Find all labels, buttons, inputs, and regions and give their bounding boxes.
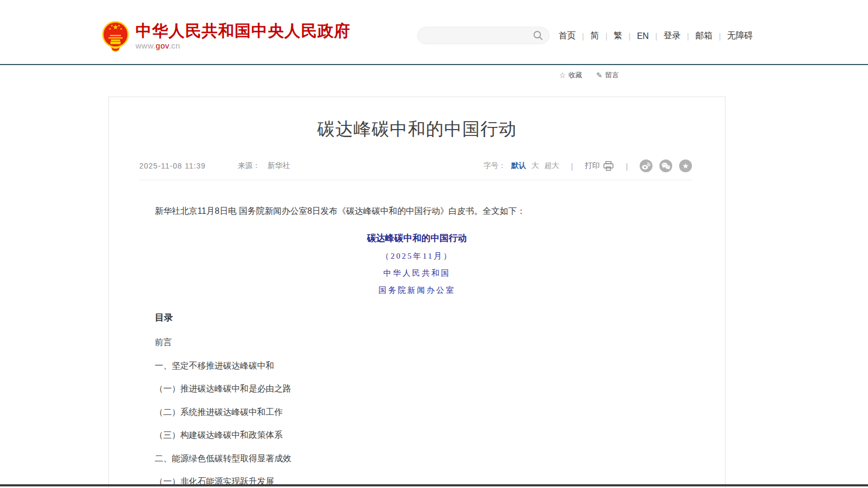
svg-text:★: ★ [118, 24, 121, 27]
nav-home[interactable]: 首页 [558, 30, 577, 42]
meta-separator: | [571, 162, 573, 171]
nav-separator: | [655, 32, 657, 41]
article-container: 碳达峰碳中和的中国行动 2025-11-08 11:39 来源： 新华社 字号：… [108, 97, 726, 488]
toc-item-section1: 一、坚定不移推进碳达峰碳中和 [155, 362, 679, 370]
nav-login[interactable]: 登录 [663, 30, 682, 42]
top-nav: 首页 | 简 | 繁 | EN | 登录 | 邮箱 | 无障碍 [558, 30, 754, 42]
svg-text:★: ★ [108, 27, 111, 30]
site-url-suffix: .cn [169, 41, 180, 50]
article-intro-paragraph: 新华社北京11月8日电 国务院新闻办公室8日发布《碳达峰碳中和的中国行动》白皮书… [155, 205, 679, 218]
nav-english[interactable]: EN [636, 31, 650, 41]
font-size-default-button[interactable]: 默认 [511, 161, 526, 171]
search-icon [533, 30, 543, 41]
nav-mail[interactable]: 邮箱 [694, 30, 713, 42]
printer-icon [603, 161, 614, 171]
article-content: 新华社北京11月8日电 国务院新闻办公室8日发布《碳达峰碳中和的中国行动》白皮书… [155, 205, 679, 486]
qzone-share-icon[interactable]: ★ [679, 159, 692, 172]
toc-item-section1-2: （二）系统推进碳达峰碳中和工作 [155, 408, 679, 417]
svg-text:★: ★ [120, 27, 122, 30]
site-header: ★ ★ ★ ★ ★ 中华人民共和国中央人民政府 www.gov.cn [0, 0, 868, 64]
toc-item-section1-3: （三）构建碳达峰碳中和政策体系 [155, 431, 679, 439]
weibo-share-icon[interactable] [640, 159, 652, 172]
site-logo[interactable]: ★ ★ ★ ★ ★ 中华人民共和国中央人民政府 www.gov.cn [100, 20, 351, 52]
nav-accessibility[interactable]: 无障碍 [726, 30, 754, 42]
svg-text:★: ★ [682, 162, 689, 170]
nav-simplified[interactable]: 简 [590, 30, 600, 42]
share-icons: ★ [640, 159, 692, 172]
search-button[interactable] [531, 27, 549, 44]
national-emblem-icon: ★ ★ ★ ★ ★ [100, 20, 131, 52]
favorite-label: 收藏 [569, 70, 583, 80]
nav-separator: | [687, 32, 689, 41]
toc-heading: 目录 [155, 311, 679, 324]
nav-separator: | [719, 32, 721, 41]
meta-separator: | [626, 162, 628, 171]
whitepaper-author-line2: 国务院新闻办公室 [155, 285, 679, 295]
article-meta-right: 字号： 默认 大 超大 | 打印 | [483, 159, 692, 172]
svg-text:★: ★ [110, 24, 113, 27]
nav-traditional[interactable]: 繁 [612, 30, 623, 42]
nav-separator: | [606, 32, 608, 41]
print-label: 打印 [585, 161, 600, 171]
favorite-button[interactable]: ☆ 收藏 [559, 70, 583, 80]
whitepaper-author-line1: 中华人民共和国 [155, 268, 679, 278]
logo-text: 中华人民共和国中央人民政府 www.gov.cn [136, 22, 351, 50]
site-title: 中华人民共和国中央人民政府 [136, 22, 351, 40]
bottom-edge-bar [0, 484, 868, 486]
search-input[interactable] [418, 27, 531, 44]
search-box [417, 27, 550, 44]
whitepaper-date: （2025年11月） [155, 251, 679, 261]
font-size-xlarge-button[interactable]: 超大 [544, 161, 559, 171]
toc-list: 前言 一、坚定不移推进碳达峰碳中和 （一）推进碳达峰碳中和是必由之路 （二）系统… [155, 338, 679, 486]
nav-separator: | [628, 32, 631, 41]
article-meta-left: 2025-11-08 11:39 来源： 新华社 [139, 161, 290, 171]
wechat-share-icon[interactable] [659, 159, 672, 172]
article-date: 2025-11-08 11:39 [139, 162, 205, 170]
pencil-icon: ✎ [596, 71, 603, 79]
comment-label: 留言 [605, 70, 619, 80]
toc-item-section2: 二、能源绿色低碳转型取得显著成效 [155, 454, 679, 463]
quick-actions: ☆ 收藏 ✎ 留言 [559, 70, 619, 80]
font-size-large-button[interactable]: 大 [531, 161, 539, 171]
comment-button[interactable]: ✎ 留言 [596, 70, 619, 80]
source-value[interactable]: 新华社 [267, 161, 290, 171]
page: ★ ★ ★ ★ ★ 中华人民共和国中央人民政府 www.gov.cn [0, 0, 868, 488]
site-url-gov: gov [156, 41, 169, 50]
toc-item-section1-1: （一）推进碳达峰碳中和是必由之路 [155, 385, 679, 393]
toc-item-preface: 前言 [155, 338, 679, 347]
star-outline-icon: ☆ [559, 71, 566, 79]
nav-separator: | [582, 32, 584, 41]
site-url: www.gov.cn [136, 41, 351, 50]
source-label: 来源： [237, 161, 260, 171]
print-button[interactable]: 打印 [585, 161, 614, 171]
font-size-label: 字号： [483, 161, 506, 171]
whitepaper-title: 碳达峰碳中和的中国行动 [155, 232, 679, 244]
article-meta-row: 2025-11-08 11:39 来源： 新华社 字号： 默认 大 超大 | 打… [139, 159, 692, 180]
site-url-prefix: www. [136, 41, 156, 50]
article-title: 碳达峰碳中和的中国行动 [109, 117, 725, 141]
header-divider [0, 64, 868, 65]
